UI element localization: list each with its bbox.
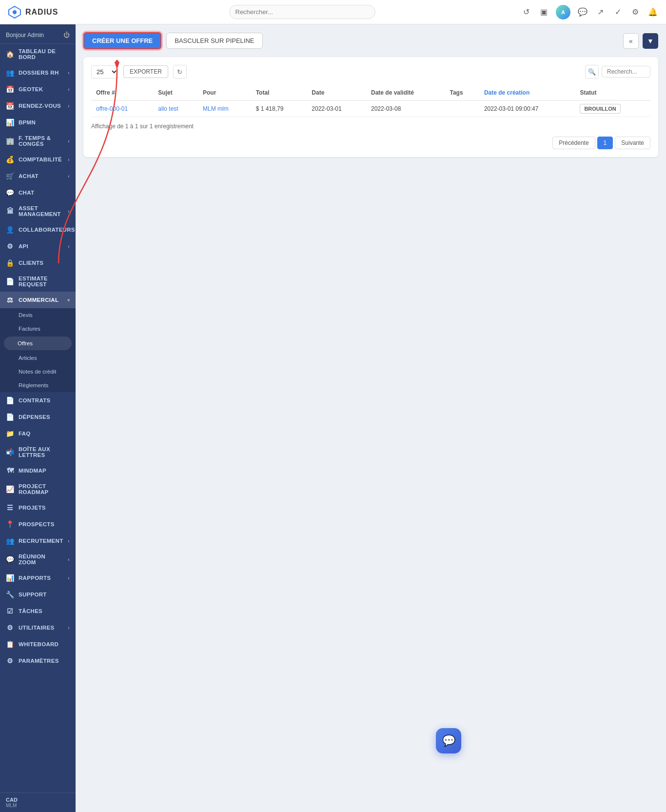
table-search-input[interactable]	[602, 66, 650, 78]
pour-link[interactable]: MLM mlm	[203, 105, 229, 112]
sidebar-item-achat[interactable]: 🛒 ACHAT ‹	[0, 168, 76, 184]
sidebar-item-f-temps[interactable]: 🏢 F. TEMPS & CONGÉS ‹	[0, 131, 76, 151]
col-offre: Offre #	[91, 85, 153, 100]
sidebar-item-taches[interactable]: ☑ TÂCHES	[0, 603, 76, 619]
user-avatar[interactable]: A	[556, 5, 570, 20]
depenses-icon: 📄	[6, 413, 15, 421]
achat-icon: 🛒	[6, 172, 15, 180]
sidebar-item-contrats[interactable]: 📄 CONTRATS	[0, 392, 76, 409]
page-1-button[interactable]: 1	[597, 137, 613, 149]
arrow-icon: ‹	[68, 70, 70, 76]
history-icon[interactable]: ↺	[521, 7, 531, 18]
sidebar-item-whiteboard[interactable]: 📋 WHITEBOARD	[0, 636, 76, 653]
arrow-icon: ‹	[68, 174, 70, 179]
chat-icon[interactable]: 💬	[577, 7, 588, 18]
nav-icons: ↺ ▣ A 💬 ↗ ✓ ⚙ 🔔	[521, 5, 658, 20]
estimate-icon: 📄	[6, 277, 15, 285]
temps-icon: 🏢	[6, 137, 15, 145]
sidebar-item-rendez-vous[interactable]: 📆 RENDEZ-VOUS ‹	[0, 98, 76, 114]
sidebar-item-faq[interactable]: 📁 FAQ	[0, 425, 76, 442]
geotek-icon: 📅	[6, 85, 15, 93]
sidebar-item-comptabilite[interactable]: 💰 COMPTABILITÉ ‹	[0, 151, 76, 168]
prev-page-button[interactable]: Précédente	[552, 137, 595, 149]
global-search-input[interactable]	[229, 5, 375, 19]
sidebar-item-boite[interactable]: 📬 BOÎTE AUX LETTRES	[0, 442, 76, 462]
check-icon[interactable]: ✓	[612, 7, 623, 18]
sidebar-item-api[interactable]: ⚙ API ‹	[0, 238, 76, 255]
sidebar-item-dossiers-rh[interactable]: 👥 DOSSIERS RH ‹	[0, 64, 76, 81]
arrow-icon: ‹	[68, 575, 70, 581]
create-offer-button[interactable]: CRÉER UNE OFFRE	[83, 32, 161, 49]
filter-button[interactable]: ▼	[643, 33, 658, 49]
cell-date-validite: 2022-03-08	[366, 100, 445, 117]
sidebar-item-mindmap[interactable]: 🗺 MINDMAP	[0, 462, 76, 479]
col-total: Total	[251, 85, 307, 100]
sidebar-item-rapports[interactable]: 📊 RAPPORTS ‹	[0, 570, 76, 586]
sidebar-item-estimate-request[interactable]: 📄 ESTIMATE REQUEST	[0, 271, 76, 292]
table-controls: 25 50 100 EXPORTER ↻ 🔍	[91, 65, 650, 79]
bell-icon[interactable]: 🔔	[647, 7, 658, 18]
arrow-icon: ‹	[68, 557, 70, 562]
col-sujet: Sujet	[153, 85, 198, 100]
sidebar-item-utilitaires[interactable]: ⚙ UTILITAIRES ‹	[0, 619, 76, 636]
sidebar-item-depenses[interactable]: 📄 DÉPENSES	[0, 409, 76, 425]
refresh-button[interactable]: ↻	[173, 65, 187, 79]
sidebar-item-parametres[interactable]: ⚙ PARAMÈTRES	[0, 653, 76, 669]
sidebar-item-clients[interactable]: 🔒 CLIENTS	[0, 255, 76, 271]
col-date-creation[interactable]: Date de création	[479, 85, 575, 100]
prev-button[interactable]: «	[623, 33, 639, 49]
col-tags: Tags	[445, 85, 479, 100]
per-page-select[interactable]: 25 50 100	[91, 65, 118, 79]
mlm-label: MLM	[6, 803, 70, 808]
sidebar-item-reunion-zoom[interactable]: 💬 RÉUNION ZOOM ‹	[0, 549, 76, 570]
sujet-link[interactable]: allo test	[158, 105, 178, 112]
sidebar-item-tableau-de-bord[interactable]: 🏠 TABLEAU DE BORD	[0, 44, 76, 64]
sidebar-bottom: CAD MLM	[0, 792, 76, 812]
sidebar-subitem-offres[interactable]: Offres	[4, 337, 72, 350]
settings-icon[interactable]: ⚙	[630, 7, 641, 18]
arrow-icon: ‹	[68, 244, 70, 249]
sidebar-item-support[interactable]: 🔧 SUPPORT	[0, 586, 76, 603]
roadmap-icon: 📈	[6, 485, 15, 493]
sidebar-subitem-notes-credit[interactable]: Notes de crédit	[0, 365, 76, 378]
sidebar-subitem-factures[interactable]: Factures	[0, 322, 76, 336]
sidebar-subitem-devis[interactable]: Devis	[0, 308, 76, 322]
arrow-icon: ‹	[68, 157, 70, 162]
radius-logo-icon	[8, 5, 21, 19]
cell-tags	[445, 100, 479, 117]
collab-icon: 👤	[6, 226, 15, 234]
logo-area: RADIUS	[8, 5, 83, 19]
video-icon[interactable]: ▣	[538, 7, 549, 18]
search-right: 🔍	[585, 65, 650, 79]
export-button[interactable]: EXPORTER	[123, 65, 168, 78]
share-icon[interactable]: ↗	[595, 7, 606, 18]
sidebar-item-recrutement[interactable]: 👥 RECRUTEMENT ‹	[0, 533, 76, 549]
page-toolbar: CRÉER UNE OFFRE BASCULER SUR PIPELINE « …	[83, 32, 658, 49]
sidebar-subitem-articles[interactable]: Articles	[0, 351, 76, 365]
next-page-button[interactable]: Suivante	[615, 137, 650, 149]
col-statut: Statut	[575, 85, 650, 100]
sidebar-item-geotek[interactable]: 📅 GEOTEK ‹	[0, 81, 76, 98]
status-badge: BROUILLON	[580, 104, 620, 114]
asset-icon: 🏛	[6, 207, 15, 215]
sidebar-item-bpmn[interactable]: 📊 BPMN	[0, 114, 76, 131]
sidebar-item-chat[interactable]: 💬 CHAT	[0, 184, 76, 201]
sidebar-item-commercial[interactable]: ⚖ COMMERCIAL ▾	[0, 292, 76, 308]
clients-icon: 🔒	[6, 259, 15, 267]
pipeline-button[interactable]: BASCULER SUR PIPELINE	[166, 33, 262, 49]
sidebar-item-asset-management[interactable]: 🏛 ASSET MANAGEMENT ‹	[0, 201, 76, 221]
sidebar-item-project-roadmap[interactable]: 📈 PROJECT ROADMAP	[0, 479, 76, 499]
floating-chat-button[interactable]: 💬	[436, 728, 461, 753]
offers-table: Offre # Sujet Pour Total Date Date de va…	[91, 85, 650, 117]
sidebar-subitem-reglements[interactable]: Règlements	[0, 378, 76, 392]
sidebar-item-prospects[interactable]: 📍 PROSPECTS	[0, 516, 76, 533]
arrow-icon: ‹	[68, 209, 70, 214]
table-search-icon[interactable]: 🔍	[585, 65, 599, 79]
col-date-validite: Date de validité	[366, 85, 445, 100]
sidebar-item-collaborateurs[interactable]: 👤 COLLABORATEURS	[0, 221, 76, 238]
table-header-row: Offre # Sujet Pour Total Date Date de va…	[91, 85, 650, 100]
table-info: Affichage de 1 à 1 sur 1 enregistrement	[91, 123, 650, 130]
offre-link[interactable]: offre-000-01	[96, 105, 128, 112]
sidebar-power-icon[interactable]: ⏻	[63, 31, 70, 39]
sidebar-item-projets[interactable]: ☰ PROJETS	[0, 499, 76, 516]
